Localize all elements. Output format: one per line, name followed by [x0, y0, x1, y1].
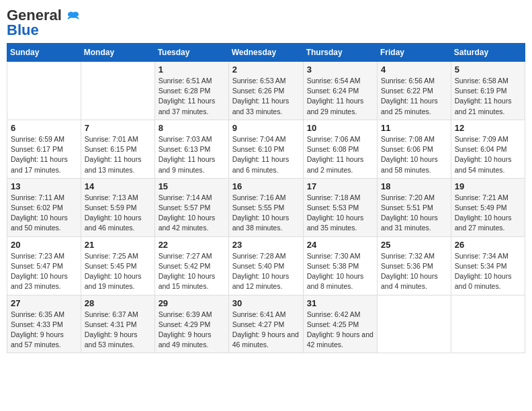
calendar-cell: 1 Sunrise: 6:51 AM Sunset: 6:28 PM Dayli…	[154, 62, 228, 120]
calendar-cell: 2 Sunrise: 6:53 AM Sunset: 6:26 PM Dayli…	[228, 62, 303, 120]
day-info: Sunrise: 6:58 AM Sunset: 6:19 PM Dayligh…	[455, 76, 521, 117]
day-info: Sunrise: 6:56 AM Sunset: 6:22 PM Dayligh…	[381, 76, 447, 117]
calendar-cell: 17 Sunrise: 7:18 AM Sunset: 5:53 PM Dayl…	[303, 178, 377, 236]
day-number: 11	[381, 123, 447, 133]
calendar-cell: 11 Sunrise: 7:08 AM Sunset: 6:06 PM Dayl…	[378, 120, 451, 178]
calendar-cell: 29 Sunrise: 6:39 AM Sunset: 4:29 PM Dayl…	[154, 295, 228, 353]
day-info: Sunrise: 7:20 AM Sunset: 5:51 PM Dayligh…	[381, 193, 447, 234]
day-info: Sunrise: 6:37 AM Sunset: 4:31 PM Dayligh…	[85, 310, 151, 351]
calendar-cell: 25 Sunrise: 7:32 AM Sunset: 5:36 PM Dayl…	[378, 236, 451, 295]
day-number: 30	[232, 298, 300, 308]
day-number: 13	[11, 181, 77, 191]
day-info: Sunrise: 7:21 AM Sunset: 5:49 PM Dayligh…	[455, 193, 521, 234]
day-number: 24	[307, 240, 373, 250]
day-info: Sunrise: 7:34 AM Sunset: 5:34 PM Dayligh…	[455, 251, 521, 292]
day-number: 4	[381, 64, 447, 75]
day-number: 27	[11, 298, 77, 308]
day-info: Sunrise: 7:03 AM Sunset: 6:13 PM Dayligh…	[159, 134, 225, 175]
calendar-cell: 27 Sunrise: 6:35 AM Sunset: 4:33 PM Dayl…	[7, 295, 81, 353]
day-number: 25	[381, 240, 447, 250]
weekday-header-row: SundayMondayTuesdayWednesdayThursdayFrid…	[7, 44, 525, 62]
logo-blue-text: Blue	[7, 21, 39, 39]
day-info: Sunrise: 6:59 AM Sunset: 6:17 PM Dayligh…	[11, 134, 77, 175]
day-number: 16	[232, 181, 300, 191]
day-number: 7	[85, 123, 151, 133]
day-info: Sunrise: 6:54 AM Sunset: 6:24 PM Dayligh…	[307, 76, 373, 117]
calendar-cell: 18 Sunrise: 7:20 AM Sunset: 5:51 PM Dayl…	[378, 178, 451, 236]
day-number: 8	[159, 123, 225, 133]
day-number: 22	[159, 240, 225, 250]
day-number: 29	[159, 298, 225, 308]
day-info: Sunrise: 6:39 AM Sunset: 4:29 PM Dayligh…	[159, 310, 225, 351]
weekday-header-wednesday: Wednesday	[228, 44, 303, 62]
calendar-cell: 16 Sunrise: 7:16 AM Sunset: 5:55 PM Dayl…	[228, 178, 303, 236]
day-number: 5	[455, 64, 521, 75]
calendar-cell: 14 Sunrise: 7:13 AM Sunset: 5:59 PM Dayl…	[81, 178, 154, 236]
day-info: Sunrise: 7:08 AM Sunset: 6:06 PM Dayligh…	[381, 134, 447, 175]
day-number: 12	[455, 123, 521, 133]
weekday-header-saturday: Saturday	[451, 44, 525, 62]
day-number: 1	[159, 64, 225, 75]
calendar-cell: 8 Sunrise: 7:03 AM Sunset: 6:13 PM Dayli…	[154, 120, 228, 178]
calendar-cell: 5 Sunrise: 6:58 AM Sunset: 6:19 PM Dayli…	[451, 62, 525, 120]
calendar-cell: 30 Sunrise: 6:41 AM Sunset: 4:27 PM Dayl…	[228, 295, 303, 353]
calendar-cell: 12 Sunrise: 7:09 AM Sunset: 6:04 PM Dayl…	[451, 120, 525, 178]
day-info: Sunrise: 7:23 AM Sunset: 5:47 PM Dayligh…	[11, 251, 77, 292]
calendar-cell: 6 Sunrise: 6:59 AM Sunset: 6:17 PM Dayli…	[7, 120, 81, 178]
calendar-cell: 31 Sunrise: 6:42 AM Sunset: 4:25 PM Dayl…	[303, 295, 377, 353]
calendar-cell: 24 Sunrise: 7:30 AM Sunset: 5:38 PM Dayl…	[303, 236, 377, 295]
day-number: 9	[232, 123, 300, 133]
day-info: Sunrise: 7:18 AM Sunset: 5:53 PM Dayligh…	[307, 193, 373, 234]
day-number: 19	[455, 181, 521, 191]
weekday-header-tuesday: Tuesday	[154, 44, 228, 62]
day-info: Sunrise: 7:06 AM Sunset: 6:08 PM Dayligh…	[307, 134, 373, 175]
day-info: Sunrise: 7:01 AM Sunset: 6:15 PM Dayligh…	[85, 134, 151, 175]
day-number: 21	[85, 240, 151, 250]
day-info: Sunrise: 7:32 AM Sunset: 5:36 PM Dayligh…	[381, 251, 447, 292]
weekday-header-monday: Monday	[81, 44, 154, 62]
calendar-cell: 13 Sunrise: 7:11 AM Sunset: 6:02 PM Dayl…	[7, 178, 81, 236]
day-info: Sunrise: 6:53 AM Sunset: 6:26 PM Dayligh…	[232, 76, 300, 117]
calendar-cell: 26 Sunrise: 7:34 AM Sunset: 5:34 PM Dayl…	[451, 236, 525, 295]
calendar-cell: 7 Sunrise: 7:01 AM Sunset: 6:15 PM Dayli…	[81, 120, 154, 178]
day-number: 10	[307, 123, 373, 133]
day-info: Sunrise: 7:11 AM Sunset: 6:02 PM Dayligh…	[11, 193, 77, 234]
calendar-week-row: 6 Sunrise: 6:59 AM Sunset: 6:17 PM Dayli…	[7, 120, 525, 178]
day-info: Sunrise: 7:09 AM Sunset: 6:04 PM Dayligh…	[455, 134, 521, 175]
logo: General Blue	[7, 7, 79, 39]
calendar-cell	[7, 62, 81, 120]
day-info: Sunrise: 7:28 AM Sunset: 5:40 PM Dayligh…	[232, 251, 300, 292]
calendar-cell: 22 Sunrise: 7:27 AM Sunset: 5:42 PM Dayl…	[154, 236, 228, 295]
weekday-header-thursday: Thursday	[303, 44, 377, 62]
day-info: Sunrise: 6:35 AM Sunset: 4:33 PM Dayligh…	[11, 310, 77, 351]
day-number: 6	[11, 123, 77, 133]
day-info: Sunrise: 7:16 AM Sunset: 5:55 PM Dayligh…	[232, 193, 300, 234]
day-number: 18	[381, 181, 447, 191]
day-number: 23	[232, 240, 300, 250]
calendar-cell: 3 Sunrise: 6:54 AM Sunset: 6:24 PM Dayli…	[303, 62, 377, 120]
calendar-week-row: 1 Sunrise: 6:51 AM Sunset: 6:28 PM Dayli…	[7, 62, 525, 120]
calendar-week-row: 20 Sunrise: 7:23 AM Sunset: 5:47 PM Dayl…	[7, 236, 525, 295]
day-info: Sunrise: 6:41 AM Sunset: 4:27 PM Dayligh…	[232, 310, 300, 351]
logo-bird-icon	[67, 11, 79, 21]
page-header: General Blue	[7, 7, 525, 39]
calendar-cell	[81, 62, 154, 120]
calendar-cell: 9 Sunrise: 7:04 AM Sunset: 6:10 PM Dayli…	[228, 120, 303, 178]
calendar-table: SundayMondayTuesdayWednesdayThursdayFrid…	[7, 43, 525, 353]
day-number: 3	[307, 64, 373, 75]
calendar-cell: 21 Sunrise: 7:25 AM Sunset: 5:45 PM Dayl…	[81, 236, 154, 295]
calendar-cell: 15 Sunrise: 7:14 AM Sunset: 5:57 PM Dayl…	[154, 178, 228, 236]
calendar-cell: 28 Sunrise: 6:37 AM Sunset: 4:31 PM Dayl…	[81, 295, 154, 353]
calendar-week-row: 27 Sunrise: 6:35 AM Sunset: 4:33 PM Dayl…	[7, 295, 525, 353]
calendar-cell: 10 Sunrise: 7:06 AM Sunset: 6:08 PM Dayl…	[303, 120, 377, 178]
calendar-cell	[378, 295, 451, 353]
day-info: Sunrise: 7:14 AM Sunset: 5:57 PM Dayligh…	[159, 193, 225, 234]
calendar-cell: 20 Sunrise: 7:23 AM Sunset: 5:47 PM Dayl…	[7, 236, 81, 295]
day-number: 17	[307, 181, 373, 191]
day-number: 26	[455, 240, 521, 250]
day-info: Sunrise: 7:25 AM Sunset: 5:45 PM Dayligh…	[85, 251, 151, 292]
calendar-cell: 23 Sunrise: 7:28 AM Sunset: 5:40 PM Dayl…	[228, 236, 303, 295]
day-number: 28	[85, 298, 151, 308]
weekday-header-friday: Friday	[378, 44, 451, 62]
day-info: Sunrise: 6:42 AM Sunset: 4:25 PM Dayligh…	[307, 310, 373, 351]
